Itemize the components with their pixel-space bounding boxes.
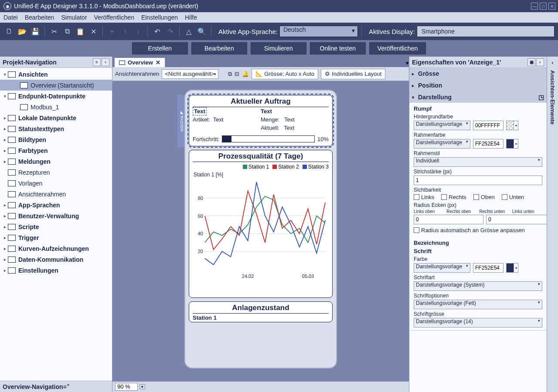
- collapse-right-icon[interactable]: ›: [536, 58, 544, 66]
- tree-item[interactable]: ▸Meldungen: [0, 156, 112, 167]
- tree-item[interactable]: ▸Trigger: [0, 232, 112, 243]
- copy-icon[interactable]: ⧉: [61, 26, 73, 37]
- center-panel: Overview ✕ ▾ Ansichtenrahmen <Nicht ausg…: [112, 57, 409, 392]
- menu-help[interactable]: Hilfe: [185, 14, 197, 21]
- cut-icon[interactable]: ✂: [48, 26, 60, 37]
- stroke-input[interactable]: [414, 176, 542, 185]
- menu-file[interactable]: Datei: [3, 14, 18, 21]
- radius-auto-checkbox[interactable]: [414, 227, 419, 233]
- text-placeholder[interactable]: Text: [193, 107, 207, 115]
- up-icon[interactable]: ↑: [119, 26, 131, 37]
- menu-settings[interactable]: Einstellungen: [141, 14, 178, 21]
- open-icon[interactable]: 📂: [17, 26, 28, 37]
- project-tree[interactable]: ▾AnsichtenOverview (Startansicht)▾Endpun…: [0, 68, 112, 381]
- add-icon[interactable]: ＋: [106, 26, 118, 37]
- action-create[interactable]: Erstellen: [132, 42, 188, 54]
- app-logo-icon: ◉: [3, 2, 11, 10]
- tree-item[interactable]: ▸Benutzer-Verwaltung: [0, 210, 112, 221]
- popout-icon[interactable]: ◳: [538, 94, 544, 101]
- search-icon[interactable]: 🔍: [196, 26, 208, 37]
- maximize-button[interactable]: □: [540, 3, 547, 10]
- bg-color-swatch[interactable]: ▾: [506, 121, 518, 130]
- action-online-test[interactable]: Online testen: [310, 42, 366, 54]
- tree-item[interactable]: ▾Ansichten: [0, 69, 112, 80]
- bg-color-input[interactable]: [473, 121, 504, 130]
- close-tab-icon[interactable]: ✕: [156, 59, 160, 66]
- tree-item[interactable]: ▸Kurven-Aufzeichnungen: [0, 243, 112, 254]
- tree-item[interactable]: Overview (Startansicht): [0, 80, 112, 91]
- tree-item[interactable]: ▸Lokale Datenpunkte: [0, 112, 112, 123]
- expand-up-icon[interactable]: ˄: [67, 383, 70, 390]
- compass-icon[interactable]: △: [183, 26, 194, 37]
- menu-simulator[interactable]: Simulator: [61, 14, 87, 21]
- border-color-swatch[interactable]: ▾: [506, 139, 518, 149]
- svg-text:40: 40: [198, 231, 203, 236]
- card-auftrag[interactable]: Aktueller Auftrag Text Text Artikel: Tex…: [189, 95, 333, 146]
- paste-icon[interactable]: 📋: [75, 26, 86, 37]
- project-nav-title: Projekt-Navigation: [3, 59, 57, 66]
- zoom-dropdown-icon[interactable]: ▾: [140, 384, 145, 389]
- tree-item[interactable]: Modbus_1: [0, 101, 112, 112]
- collapse-icon[interactable]: ‹: [102, 58, 109, 66]
- raster-tab[interactable]: ◣ RASTER: [177, 95, 184, 147]
- list-icon[interactable]: ≡: [63, 383, 67, 390]
- redo-icon[interactable]: ↷: [164, 26, 176, 37]
- sidetab-elements[interactable]: Ansichten-Elemente: [549, 70, 556, 125]
- menu-publish[interactable]: Veröffentlichen: [94, 14, 134, 21]
- bell-icon[interactable]: 🔔: [242, 71, 249, 77]
- action-simulate[interactable]: Simulieren: [251, 42, 306, 54]
- tree-item[interactable]: ▸Daten-Kommunikation: [0, 254, 112, 265]
- active-lang-select[interactable]: Deutsch: [279, 26, 358, 37]
- font-color-swatch[interactable]: ▾: [506, 263, 518, 273]
- clone-icon[interactable]: ⧉: [228, 71, 232, 78]
- layout-button[interactable]: ⚙ Individuelles Layout: [321, 69, 385, 79]
- border-style-select[interactable]: Individuell: [414, 157, 542, 167]
- font-family-select[interactable]: Darstellungsvorlage (System): [414, 281, 542, 291]
- tree-item[interactable]: ▸Farbtypen: [0, 145, 112, 156]
- properties-panel: Eigenschaften von 'Anzeige_1' ▣ › ▸Gröss…: [409, 57, 547, 392]
- tree-item[interactable]: ▸Statustexttypen: [0, 123, 112, 134]
- tree-item[interactable]: ▾Endpunkt-Datenpunkte: [0, 91, 112, 101]
- undo-icon[interactable]: ↶: [151, 26, 163, 37]
- font-color-template-select[interactable]: Darstellungsvorlage: [414, 263, 470, 273]
- pin-icon[interactable]: ▣: [527, 58, 535, 66]
- card-anlagenzustand[interactable]: Anlagenzustand Station 1: [189, 301, 333, 322]
- menu-edit[interactable]: Bearbeiten: [25, 14, 54, 21]
- bg-template-select[interactable]: Darstellungsvorlage: [414, 121, 470, 130]
- tree-item[interactable]: ▸Einstellungen: [0, 265, 112, 276]
- design-canvas[interactable]: ◣ RASTER Aktueller Auftrag Text Text Art…: [112, 81, 409, 382]
- border-color-input[interactable]: [473, 139, 504, 149]
- save-icon[interactable]: 💾: [30, 26, 41, 37]
- close-button[interactable]: ✕: [548, 3, 555, 10]
- menubar: Datei Bearbeiten Simulator Veröffentlich…: [0, 12, 558, 23]
- size-button[interactable]: 📐 Grösse: Auto x Auto: [252, 69, 318, 79]
- tree-item[interactable]: Vorlagen: [0, 178, 112, 189]
- tree-item[interactable]: ▸App-Sprachen: [0, 199, 112, 210]
- action-edit[interactable]: Bearbeiten: [191, 42, 247, 54]
- card-chart[interactable]: Prozessqualität (7 Tage) Station 1Statio…: [189, 150, 333, 298]
- list-icon[interactable]: ≡: [93, 58, 101, 66]
- tree-item[interactable]: ▸Bildtypen: [0, 134, 112, 145]
- expand-side-icon[interactable]: ‹: [551, 59, 553, 66]
- frame-select[interactable]: <Nicht ausgewählt>: [162, 69, 218, 79]
- font-options-select[interactable]: Darstellungsvorlage (Fett): [414, 300, 542, 309]
- zoom-select[interactable]: 90 %: [115, 383, 138, 391]
- down-icon[interactable]: ↓: [133, 26, 144, 37]
- tab-menu-icon[interactable]: ▾: [406, 60, 409, 66]
- font-size-select[interactable]: Darstellungsvorlage (14): [414, 318, 542, 328]
- delete-icon[interactable]: ✕: [88, 26, 99, 37]
- font-color-input[interactable]: [473, 263, 504, 273]
- border-template-select[interactable]: Darstellungsvorlage: [414, 139, 470, 149]
- action-publish[interactable]: Veröffentlichen: [369, 42, 426, 54]
- section-darstellung[interactable]: ▾Darstellung◳: [409, 91, 547, 103]
- minimize-button[interactable]: —: [531, 3, 538, 10]
- tree-item[interactable]: ▸Scripte: [0, 221, 112, 232]
- align-icon[interactable]: ⊟: [235, 71, 239, 77]
- tree-item[interactable]: Ansichtenrahmen: [0, 189, 112, 199]
- tab-overview[interactable]: Overview ✕: [114, 57, 165, 67]
- tree-item[interactable]: Rezepturen: [0, 167, 112, 178]
- section-size[interactable]: ▸Grösse: [409, 68, 547, 79]
- overview-nav-header: Overview-Navigation ≡ ˄: [0, 381, 112, 392]
- new-icon[interactable]: 🗋: [3, 26, 15, 37]
- section-position[interactable]: ▸Position: [409, 80, 547, 91]
